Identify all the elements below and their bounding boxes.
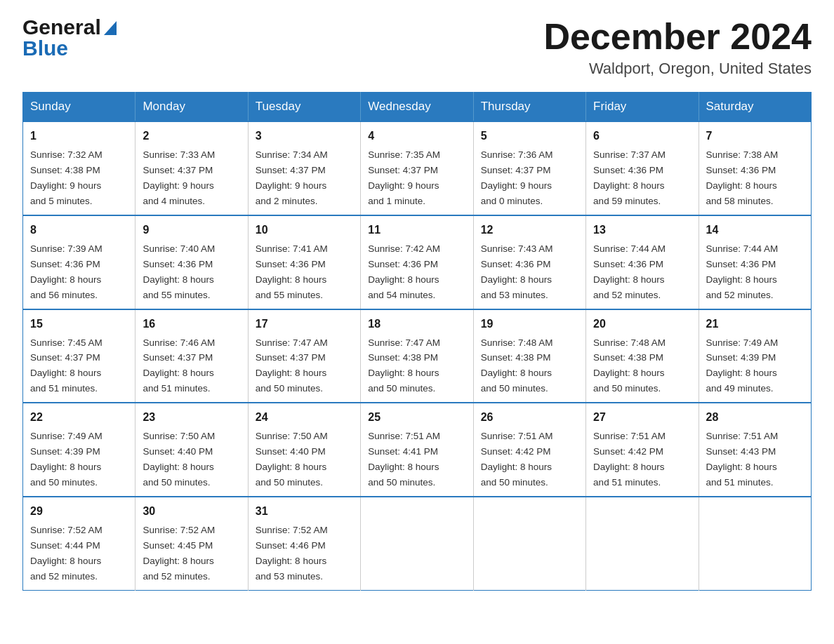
day-info: Sunrise: 7:34 AMSunset: 4:37 PMDaylight:… [256,149,328,206]
day-cell-26: 26 Sunrise: 7:51 AMSunset: 4:42 PMDaylig… [473,403,585,497]
day-number: 21 [706,316,804,333]
day-cell-16: 16 Sunrise: 7:46 AMSunset: 4:37 PMDaylig… [135,309,248,403]
day-info: Sunrise: 7:47 AMSunset: 4:38 PMDaylight:… [368,337,440,394]
day-cell-17: 17 Sunrise: 7:47 AMSunset: 4:37 PMDaylig… [248,309,360,403]
day-number: 3 [256,128,353,145]
day-info: Sunrise: 7:35 AMSunset: 4:37 PMDaylight:… [368,149,440,206]
day-info: Sunrise: 7:41 AMSunset: 4:36 PMDaylight:… [256,243,328,300]
day-number: 16 [143,316,240,333]
month-title: December 2024 [543,17,812,57]
day-cell-13: 13 Sunrise: 7:44 AMSunset: 4:36 PMDaylig… [586,215,699,309]
day-info: Sunrise: 7:51 AMSunset: 4:43 PMDaylight:… [706,431,779,488]
day-number: 29 [30,503,128,520]
day-cell-30: 30 Sunrise: 7:52 AMSunset: 4:45 PMDaylig… [135,497,248,590]
logo-blue-text: Blue [22,36,68,60]
day-info: Sunrise: 7:52 AMSunset: 4:44 PMDaylight:… [30,525,102,582]
day-cell-9: 9 Sunrise: 7:40 AMSunset: 4:36 PMDayligh… [135,215,248,309]
day-number: 2 [143,128,240,145]
day-number: 26 [481,409,578,426]
logo-general-text: General [22,17,101,38]
day-info: Sunrise: 7:45 AMSunset: 4:37 PMDaylight:… [30,337,102,394]
day-cell-5: 5 Sunrise: 7:36 AMSunset: 4:37 PMDayligh… [473,121,585,215]
day-info: Sunrise: 7:44 AMSunset: 4:36 PMDaylight:… [593,243,666,300]
day-number: 22 [30,409,128,426]
day-info: Sunrise: 7:40 AMSunset: 4:36 PMDaylight:… [143,243,215,300]
day-number: 9 [143,222,240,239]
week-row-2: 8 Sunrise: 7:39 AMSunset: 4:36 PMDayligh… [23,215,812,309]
day-cell-27: 27 Sunrise: 7:51 AMSunset: 4:42 PMDaylig… [586,403,699,497]
day-cell-6: 6 Sunrise: 7:37 AMSunset: 4:36 PMDayligh… [586,121,699,215]
logo: General Blue [22,17,117,59]
header-friday: Friday [586,93,699,122]
header-wednesday: Wednesday [361,93,473,122]
day-number: 12 [481,222,578,239]
title-area: December 2024 Waldport, Oregon, United S… [543,17,812,78]
weekday-header-row: Sunday Monday Tuesday Wednesday Thursday… [23,93,812,122]
day-cell-11: 11 Sunrise: 7:42 AMSunset: 4:36 PMDaylig… [361,215,473,309]
header-saturday: Saturday [699,93,811,122]
day-number: 13 [593,222,691,239]
day-number: 6 [593,128,691,145]
day-cell-20: 20 Sunrise: 7:48 AMSunset: 4:38 PMDaylig… [586,309,699,403]
day-number: 4 [368,128,465,145]
header-thursday: Thursday [473,93,585,122]
day-cell-2: 2 Sunrise: 7:33 AMSunset: 4:37 PMDayligh… [135,121,248,215]
day-number: 11 [368,222,465,239]
empty-cell-w4-d3 [361,497,473,590]
empty-cell-w4-d5 [586,497,699,590]
header-monday: Monday [135,93,248,122]
empty-cell-w4-d6 [699,497,811,590]
day-cell-28: 28 Sunrise: 7:51 AMSunset: 4:43 PMDaylig… [699,403,811,497]
day-cell-12: 12 Sunrise: 7:43 AMSunset: 4:36 PMDaylig… [473,215,585,309]
day-number: 7 [706,128,804,145]
day-cell-25: 25 Sunrise: 7:51 AMSunset: 4:41 PMDaylig… [361,403,473,497]
day-cell-24: 24 Sunrise: 7:50 AMSunset: 4:40 PMDaylig… [248,403,360,497]
day-number: 14 [706,222,804,239]
day-info: Sunrise: 7:49 AMSunset: 4:39 PMDaylight:… [706,337,779,394]
empty-cell-w4-d4 [473,497,585,590]
day-info: Sunrise: 7:44 AMSunset: 4:36 PMDaylight:… [706,243,779,300]
header-tuesday: Tuesday [248,93,360,122]
day-cell-22: 22 Sunrise: 7:49 AMSunset: 4:39 PMDaylig… [23,403,135,497]
day-info: Sunrise: 7:50 AMSunset: 4:40 PMDaylight:… [256,431,328,488]
day-info: Sunrise: 7:52 AMSunset: 4:45 PMDaylight:… [143,525,215,582]
day-number: 25 [368,409,465,426]
day-info: Sunrise: 7:50 AMSunset: 4:40 PMDaylight:… [143,431,215,488]
header-sunday: Sunday [23,93,135,122]
page-header: General Blue December 2024 Waldport, Ore… [22,17,812,78]
day-info: Sunrise: 7:51 AMSunset: 4:42 PMDaylight:… [593,431,666,488]
location: Waldport, Oregon, United States [543,60,812,78]
day-cell-29: 29 Sunrise: 7:52 AMSunset: 4:44 PMDaylig… [23,497,135,590]
day-number: 27 [593,409,691,426]
day-info: Sunrise: 7:47 AMSunset: 4:37 PMDaylight:… [256,337,328,394]
day-number: 15 [30,316,128,333]
day-cell-19: 19 Sunrise: 7:48 AMSunset: 4:38 PMDaylig… [473,309,585,403]
day-info: Sunrise: 7:39 AMSunset: 4:36 PMDaylight:… [30,243,102,300]
week-row-1: 1 Sunrise: 7:32 AMSunset: 4:38 PMDayligh… [23,121,812,215]
day-info: Sunrise: 7:48 AMSunset: 4:38 PMDaylight:… [481,337,553,394]
day-number: 1 [30,128,128,145]
day-cell-8: 8 Sunrise: 7:39 AMSunset: 4:36 PMDayligh… [23,215,135,309]
week-row-3: 15 Sunrise: 7:45 AMSunset: 4:37 PMDaylig… [23,309,812,403]
day-info: Sunrise: 7:51 AMSunset: 4:42 PMDaylight:… [481,431,553,488]
day-number: 10 [256,222,353,239]
day-info: Sunrise: 7:48 AMSunset: 4:38 PMDaylight:… [593,337,666,394]
day-number: 28 [706,409,804,426]
day-number: 30 [143,503,240,520]
day-number: 17 [256,316,353,333]
day-cell-7: 7 Sunrise: 7:38 AMSunset: 4:36 PMDayligh… [699,121,811,215]
logo-triangle-icon [104,21,117,37]
day-info: Sunrise: 7:38 AMSunset: 4:36 PMDaylight:… [706,149,779,206]
day-number: 23 [143,409,240,426]
calendar-table: Sunday Monday Tuesday Wednesday Thursday… [22,92,812,590]
day-cell-4: 4 Sunrise: 7:35 AMSunset: 4:37 PMDayligh… [361,121,473,215]
day-number: 31 [256,503,353,520]
day-info: Sunrise: 7:36 AMSunset: 4:37 PMDaylight:… [481,149,553,206]
day-cell-21: 21 Sunrise: 7:49 AMSunset: 4:39 PMDaylig… [699,309,811,403]
day-cell-15: 15 Sunrise: 7:45 AMSunset: 4:37 PMDaylig… [23,309,135,403]
week-row-5: 29 Sunrise: 7:52 AMSunset: 4:44 PMDaylig… [23,497,812,590]
day-cell-3: 3 Sunrise: 7:34 AMSunset: 4:37 PMDayligh… [248,121,360,215]
day-info: Sunrise: 7:32 AMSunset: 4:38 PMDaylight:… [30,149,102,206]
day-number: 20 [593,316,691,333]
day-info: Sunrise: 7:52 AMSunset: 4:46 PMDaylight:… [256,525,328,582]
